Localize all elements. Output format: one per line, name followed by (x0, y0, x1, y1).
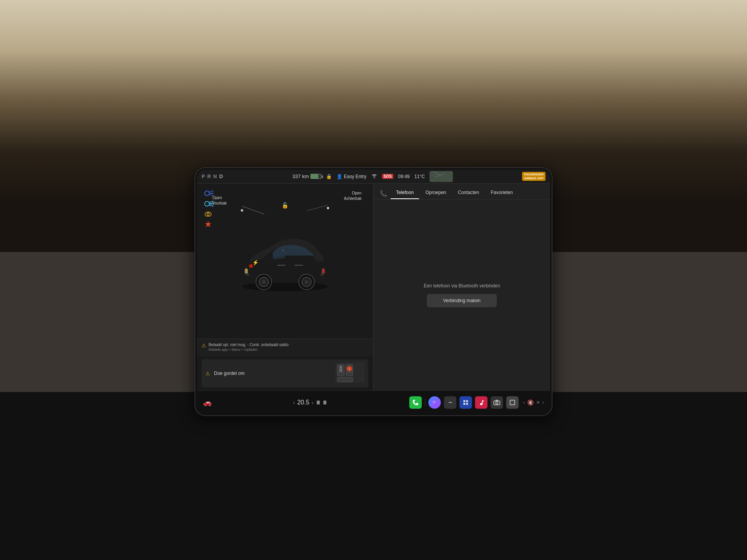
sos-badge: SOS (382, 174, 393, 179)
app-music-button[interactable] (475, 396, 487, 409)
gear-d: D (219, 173, 223, 179)
volume-next-button[interactable]: › (542, 400, 544, 405)
svg-rect-40 (323, 401, 326, 403)
front-connector-dot (241, 209, 243, 212)
svg-rect-37 (339, 369, 342, 372)
profile-section[interactable]: 👤 Easy Entry (337, 174, 366, 179)
dashboard-background: P R N D 337 km 🔒 � (0, 0, 747, 560)
volume-mute-icon[interactable]: 🔇 (527, 399, 534, 406)
screen: P R N D 337 km 🔒 � (197, 170, 550, 414)
payment-warning: ⚠ Betaald opl. niet mog. - Contr. onbeta… (202, 342, 368, 352)
temp-increase-button[interactable]: › (312, 399, 314, 406)
battery-fill (311, 174, 319, 178)
svg-point-15 (242, 282, 328, 291)
temp-value-display: 20.5 (297, 399, 309, 406)
temperature-control: ‹ 20.5 › (216, 399, 405, 406)
svg-point-50 (496, 402, 498, 404)
seatbelt-warning: ⚠ Doe gordel om (202, 359, 368, 387)
wifi-icon (371, 173, 377, 179)
profile-name: Easy Entry (344, 174, 366, 179)
svg-rect-41 (323, 403, 326, 404)
volume-icon: ✕ (536, 400, 540, 405)
status-bar: P R N D 337 km 🔒 � (197, 170, 550, 184)
battery-icon (310, 174, 321, 179)
temperature-display: 11°C (414, 174, 425, 179)
tab-telefoon[interactable]: Telefoon (391, 187, 419, 199)
tab-contacten[interactable]: Contacten (452, 187, 485, 199)
range-display: 337 km (292, 173, 321, 179)
tab-oproepen[interactable]: Oproepen (420, 187, 451, 199)
bottom-bar: 🚗 ‹ 20.5 › (197, 390, 550, 414)
volume-previous-button[interactable]: ‹ (523, 400, 525, 405)
temp-decrease-button[interactable]: ‹ (293, 399, 295, 406)
svg-rect-39 (317, 403, 320, 404)
gear-r: R (207, 173, 211, 179)
lock-icon: 🔒 (326, 174, 332, 179)
svg-point-36 (339, 366, 342, 369)
app-more-button[interactable]: ··· (444, 396, 456, 409)
svg-rect-17 (322, 269, 325, 273)
svg-rect-51 (510, 400, 515, 405)
car-visualization: Open Voorbak Open Achterbak � (197, 184, 373, 339)
rear-connector-dot (327, 207, 329, 209)
range-value: 337 km (292, 173, 309, 179)
svg-rect-32 (346, 373, 353, 376)
divider (425, 399, 425, 406)
volume-control: ‹ 🔇 ✕ › (523, 399, 544, 406)
warning-subtext: Mobiele app > Menu > Opladen (209, 348, 289, 352)
svg-text:⚡: ⚡ (252, 259, 259, 266)
time-display: 09:49 (398, 174, 410, 179)
svg-rect-33 (337, 377, 353, 382)
app-camera-button[interactable] (491, 396, 503, 409)
airbag-badge: PASSENGERAIRBAG OFF (522, 172, 545, 181)
svg-rect-43 (463, 400, 465, 402)
rear-trunk-label[interactable]: Open Achterbak (344, 191, 361, 201)
svg-point-23 (305, 280, 309, 284)
gear-selector: P R N D (202, 173, 223, 179)
seatbelt-text: Doe gordel om (214, 371, 245, 376)
front-connector-line (242, 206, 265, 214)
svg-point-42 (432, 400, 437, 405)
app-phone-button[interactable] (409, 396, 422, 409)
rear-connector-line (307, 205, 328, 211)
app-siri-button[interactable] (428, 396, 441, 409)
warning-section: ⚠ Betaald opl. niet mog. - Contr. onbeta… (197, 339, 373, 356)
seat-diagram-svg: ! (335, 362, 365, 383)
svg-point-47 (480, 403, 482, 405)
phone-tabs: 📞 Telefoon Oproepen Contacten Favorieten (374, 184, 550, 200)
seat-heat-left-icon (316, 400, 321, 405)
svg-rect-30 (337, 373, 344, 376)
seat-diagram: ! (335, 362, 365, 384)
left-panel: Open Voorbak Open Achterbak � (197, 184, 374, 390)
airbag-warning: PASSENGERAIRBAG OFF (522, 172, 545, 181)
svg-rect-45 (463, 403, 465, 405)
phone-content: Een telefoon via Bluetooth verbinden Ver… (374, 200, 550, 390)
bluetooth-message: Een telefoon via Bluetooth verbinden (424, 283, 500, 289)
app-fullscreen-button[interactable] (506, 396, 519, 409)
svg-rect-16 (245, 269, 248, 273)
car-lock-icon: 🔓 (282, 202, 288, 208)
seat-heat-icons (316, 400, 328, 405)
tab-favorieten[interactable]: Favorieten (485, 187, 518, 199)
map-thumbnail[interactable] (430, 171, 453, 182)
bottom-apps: ··· (409, 396, 519, 409)
app-home-button[interactable] (459, 396, 472, 409)
gear-p: P (202, 173, 205, 179)
svg-rect-38 (317, 401, 320, 403)
front-trunk-label[interactable]: Open Voorbak (212, 195, 227, 206)
svg-point-20 (262, 280, 266, 284)
svg-rect-44 (466, 400, 468, 402)
car-icon-bottom[interactable]: 🚗 (203, 398, 212, 407)
svg-text:!: ! (349, 367, 350, 371)
screen-bezel: P R N D 337 km 🔒 � (195, 167, 552, 416)
car-svg: ⚡ T (231, 230, 340, 292)
profile-person-icon: 👤 (337, 174, 342, 179)
phone-tab-icon: 📞 (380, 190, 388, 197)
right-panel: 📞 Telefoon Oproepen Contacten Favorieten… (374, 184, 550, 390)
connect-button[interactable]: Verbinding maken (427, 294, 497, 307)
status-center: 337 km 🔒 👤 Easy Entry (223, 171, 522, 182)
seat-heat-right-icon (323, 400, 328, 405)
gear-n: N (213, 173, 217, 179)
main-content: Open Voorbak Open Achterbak � (197, 184, 550, 390)
svg-text:T: T (282, 249, 284, 252)
